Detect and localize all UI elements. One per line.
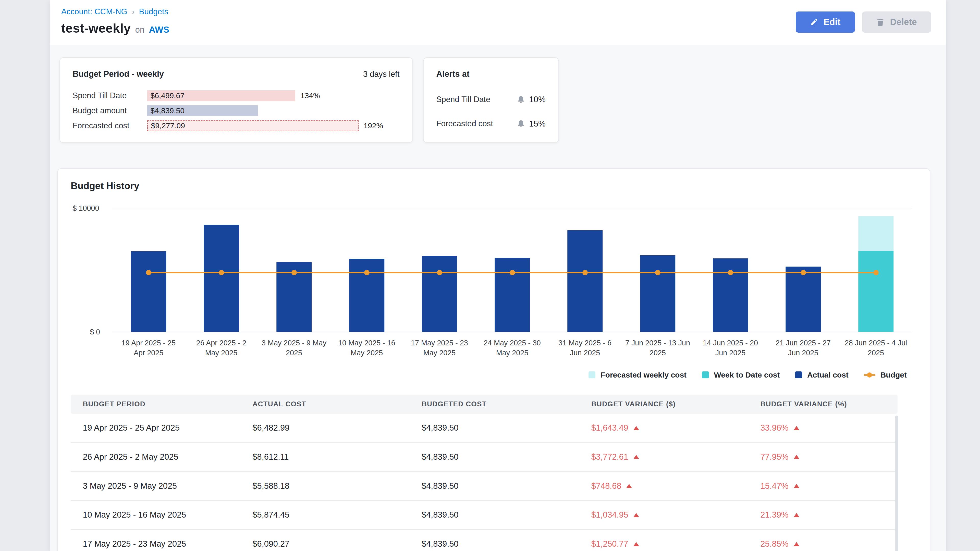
actual-cost-bar[interactable] bbox=[640, 256, 675, 332]
spend-bar: $6,499.67 bbox=[147, 90, 295, 101]
bell-icon-wrap bbox=[517, 95, 525, 104]
variance-value: $1,034.95 bbox=[591, 510, 628, 519]
cell-actual-cost: $8,612.11 bbox=[240, 452, 410, 462]
chart-column bbox=[331, 208, 403, 332]
cell-budget-variance-pct: 77.95% bbox=[748, 452, 897, 462]
legend-label: Forecasted weekly cost bbox=[600, 371, 687, 380]
week-to-date-cost-legend-marker bbox=[702, 372, 709, 379]
budget-period-card: Budget Period - weekly 3 days left Spend… bbox=[59, 57, 413, 143]
delete-button-label: Delete bbox=[890, 17, 917, 27]
actual-cost-bar[interactable] bbox=[131, 251, 166, 332]
budget-legend-marker bbox=[864, 374, 875, 376]
variance-value: $3,772.61 bbox=[591, 452, 628, 462]
increase-arrow-icon bbox=[626, 484, 632, 488]
variance-value: 33.96% bbox=[760, 423, 789, 433]
x-axis-label: 14 Jun 2025 - 20 Jun 2025 bbox=[694, 332, 767, 358]
chart-column bbox=[767, 208, 840, 332]
x-axis-label: 21 Jun 2025 - 27 Jun 2025 bbox=[767, 332, 840, 358]
cell-budget-variance-pct: 15.47% bbox=[748, 481, 897, 491]
cell-budget-variance-pct: 33.96% bbox=[748, 423, 897, 433]
chart-column bbox=[476, 208, 549, 332]
budget-row-label: Forecasted cost bbox=[73, 121, 148, 130]
alert-row: Forecasted cost15% bbox=[436, 118, 546, 129]
column-header: ACTUAL COST bbox=[240, 400, 410, 408]
cell-budgeted-cost: $4,839.50 bbox=[410, 539, 579, 549]
x-axis-label: 24 May 2025 - 30 May 2025 bbox=[476, 332, 549, 358]
x-axis-label: 19 Apr 2025 - 25 Apr 2025 bbox=[112, 332, 185, 358]
legend-item-budget[interactable]: Budget bbox=[864, 371, 907, 380]
column-header: BUDGET VARIANCE (%) bbox=[748, 400, 897, 408]
cell-budgeted-cost: $4,839.50 bbox=[410, 452, 579, 462]
cell-budget-period: 3 May 2025 - 9 May 2025 bbox=[71, 481, 240, 491]
chart-column bbox=[621, 208, 694, 332]
days-left-label: 3 days left bbox=[363, 70, 399, 79]
actual-cost-bar[interactable] bbox=[349, 259, 384, 332]
edit-button-label: Edit bbox=[824, 17, 840, 27]
forecasted-weekly-cost-legend-marker bbox=[589, 372, 596, 379]
forecast-bar: $9,277.09 bbox=[147, 121, 359, 131]
budget-period-rows: Spend Till Date$6,499.67134%Budget amoun… bbox=[73, 90, 400, 131]
bell-icon-wrap bbox=[517, 120, 525, 128]
cell-budgeted-cost: $4,839.50 bbox=[410, 510, 579, 519]
increase-arrow-icon bbox=[794, 542, 799, 546]
actual-cost-bar[interactable] bbox=[713, 259, 748, 332]
cell-budget-variance-pct: 25.85% bbox=[748, 539, 897, 549]
breadcrumb-account-link[interactable]: Account: CCM-NG bbox=[61, 7, 127, 16]
x-axis-label: 26 Apr 2025 - 2 May 2025 bbox=[185, 332, 258, 358]
header-actions: Edit Delete bbox=[796, 11, 931, 33]
cell-budget-variance-pct: 21.39% bbox=[748, 510, 897, 519]
delete-button[interactable]: Delete bbox=[862, 11, 931, 33]
increase-arrow-icon bbox=[794, 513, 799, 517]
budget-history-chart: $ 10000 $ 0 19 Apr 2025 - 25 Apr 202526 … bbox=[112, 208, 912, 358]
budget-period-row-forecast: Forecasted cost$9,277.09192% bbox=[73, 121, 400, 131]
alert-rows: Spend Till Date10%Forecasted cost15% bbox=[436, 94, 546, 129]
actual-cost-bar[interactable] bbox=[567, 230, 603, 332]
actual-cost-bar[interactable] bbox=[786, 267, 821, 332]
cell-budget-variance-usd: $1,643.49 bbox=[579, 423, 749, 433]
variance-value: 77.95% bbox=[760, 452, 789, 462]
actual-cost-bar[interactable] bbox=[204, 225, 239, 332]
page-content: Budget Period - weekly 3 days left Spend… bbox=[50, 44, 946, 551]
week-to-date-bar[interactable] bbox=[858, 251, 894, 332]
budget-table: BUDGET PERIODACTUAL COSTBUDGETED COSTBUD… bbox=[71, 395, 897, 551]
cell-budget-variance-usd: $1,034.95 bbox=[579, 510, 749, 519]
legend-label: Week to Date cost bbox=[714, 371, 780, 380]
actual-cost-bar[interactable] bbox=[495, 258, 530, 332]
chart-column bbox=[258, 208, 331, 332]
table-scrollbar[interactable] bbox=[895, 416, 898, 551]
alert-threshold: 10% bbox=[529, 95, 546, 104]
cell-budgeted-cost: $4,839.50 bbox=[410, 481, 579, 491]
budget-row-label: Spend Till Date bbox=[73, 91, 148, 100]
alert-label: Spend Till Date bbox=[436, 95, 517, 104]
actual-cost-legend-marker bbox=[795, 372, 802, 379]
forecasted-weekly-bar[interactable] bbox=[858, 216, 894, 251]
cell-budget-period: 26 Apr 2025 - 2 May 2025 bbox=[71, 452, 240, 462]
budget-period-row-budget: Budget amount$4,839.50 bbox=[73, 105, 400, 116]
x-axis-label: 3 May 2025 - 9 May 2025 bbox=[258, 332, 331, 358]
x-axis-label: 7 Jun 2025 - 13 Jun 2025 bbox=[621, 332, 694, 358]
table-row: 3 May 2025 - 9 May 2025$5,588.18$4,839.5… bbox=[71, 472, 897, 501]
legend-item-actual-cost[interactable]: Actual cost bbox=[795, 371, 848, 380]
budget-period-row-spend: Spend Till Date$6,499.67134% bbox=[73, 90, 400, 101]
alert-label: Forecasted cost bbox=[436, 119, 517, 128]
cell-budgeted-cost: $4,839.50 bbox=[410, 423, 579, 433]
bell-icon bbox=[517, 120, 525, 128]
increase-arrow-icon bbox=[633, 426, 639, 430]
column-header: BUDGET VARIANCE ($) bbox=[579, 400, 749, 408]
budget-row-value: $9,277.09 bbox=[148, 121, 185, 130]
bell-icon bbox=[517, 95, 525, 104]
actual-cost-bar[interactable] bbox=[277, 262, 312, 332]
breadcrumb-budgets-link[interactable]: Budgets bbox=[139, 7, 169, 16]
main-card: Account: CCM-NG › Budgets test-weekly on… bbox=[50, 0, 946, 551]
variance-value: 25.85% bbox=[760, 539, 789, 549]
edit-button[interactable]: Edit bbox=[796, 11, 855, 33]
cell-budget-period: 19 Apr 2025 - 25 Apr 2025 bbox=[71, 423, 240, 433]
x-axis-label: 28 Jun 2025 - 4 Jul 2025 bbox=[840, 332, 912, 358]
y-axis-min-label: $ 0 bbox=[90, 328, 100, 336]
legend-item-week-to-date-cost[interactable]: Week to Date cost bbox=[702, 371, 780, 380]
legend-item-forecasted-weekly-cost[interactable]: Forecasted weekly cost bbox=[589, 371, 687, 380]
table-header-row: BUDGET PERIODACTUAL COSTBUDGETED COSTBUD… bbox=[71, 395, 897, 414]
actual-cost-bar[interactable] bbox=[422, 256, 457, 332]
pencil-icon bbox=[810, 18, 818, 26]
cell-actual-cost: $5,588.18 bbox=[240, 481, 410, 491]
